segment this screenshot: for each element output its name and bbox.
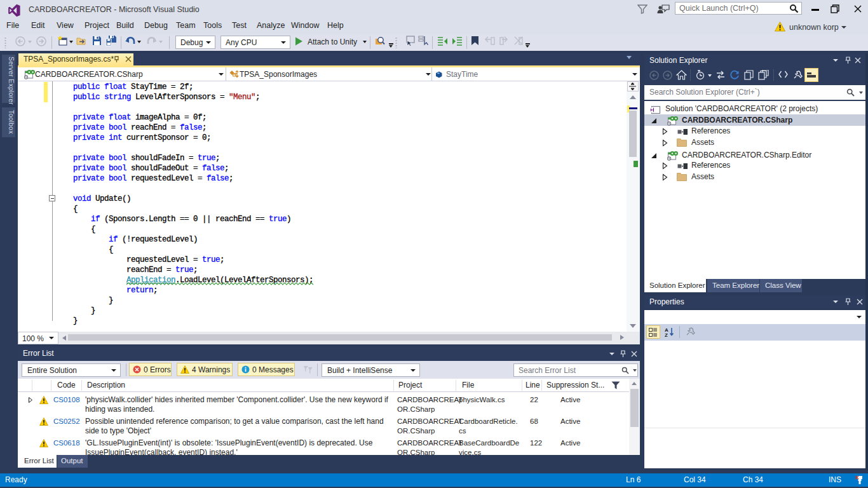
svg-text:Z: Z xyxy=(665,332,668,337)
